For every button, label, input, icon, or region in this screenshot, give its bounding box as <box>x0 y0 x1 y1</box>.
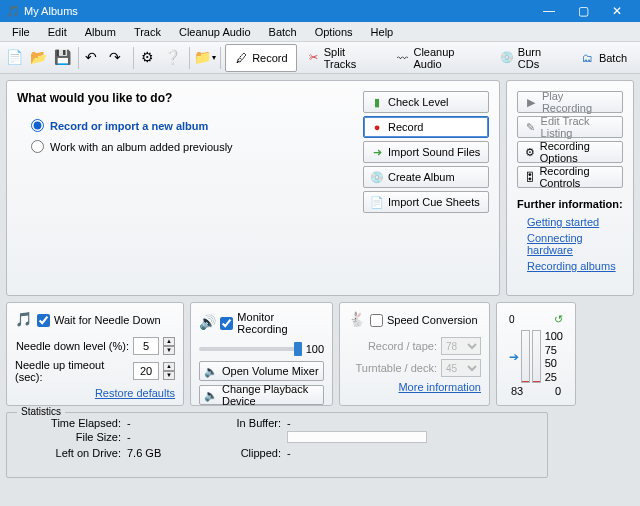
speed-icon: 🐇 <box>348 311 366 329</box>
meter-bottom-right: 0 <box>555 385 561 397</box>
maximize-button[interactable]: ▢ <box>566 0 600 22</box>
meter-right <box>532 330 541 383</box>
file-size-value: - <box>127 431 207 445</box>
radio-work-previous-label: Work with an album added previously <box>50 141 233 153</box>
time-elapsed-label: Time Elapsed: <box>17 417 127 429</box>
disc-icon: 💿 <box>370 170 384 184</box>
needle-level-up[interactable]: ▲ <box>163 337 175 346</box>
link-recording-albums[interactable]: Recording albums <box>527 260 623 272</box>
tab-batch[interactable]: 🗂Batch <box>572 44 636 72</box>
options-icon: ⚙ <box>524 145 536 159</box>
speed-panel: 🐇 Speed Conversion Record / tape: 78 Tur… <box>339 302 490 406</box>
main-panel: What would you like to do? Record or imp… <box>6 80 500 296</box>
link-connecting-hardware[interactable]: Connecting hardware <box>527 232 623 256</box>
menu-help[interactable]: Help <box>363 24 402 40</box>
buffer-progress <box>287 431 427 443</box>
play-recording-button[interactable]: ▶Play Recording <box>517 91 623 113</box>
menu-batch[interactable]: Batch <box>261 24 305 40</box>
main-heading: What would you like to do? <box>17 91 363 105</box>
cue-icon: 📄 <box>370 195 384 209</box>
mixer-icon: 🔈 <box>204 364 218 378</box>
menu-options[interactable]: Options <box>307 24 361 40</box>
radio-record-import[interactable] <box>31 119 44 132</box>
further-heading: Further information: <box>517 198 623 210</box>
help-button[interactable]: ❔ <box>162 46 185 70</box>
menu-album[interactable]: Album <box>77 24 124 40</box>
check-level-button[interactable]: ▮Check Level <box>363 91 489 113</box>
in-buffer-value: - <box>287 417 537 429</box>
meter-left <box>521 330 530 383</box>
open-button[interactable]: 📂 <box>28 46 51 70</box>
import-cue-button[interactable]: 📄Import Cue Sheets <box>363 191 489 213</box>
menu-cleanup-audio[interactable]: Cleanup Audio <box>171 24 259 40</box>
record-tape-select[interactable]: 78 <box>441 337 481 355</box>
minimize-button[interactable]: — <box>532 0 566 22</box>
edit-track-listing-button[interactable]: ✎Edit Track Listing <box>517 116 623 138</box>
tab-burn-cds[interactable]: 💿Burn CDs <box>491 44 571 72</box>
wait-needle-label: Wait for Needle Down <box>54 314 161 326</box>
controls-icon: 🎛 <box>524 170 535 184</box>
menu-track[interactable]: Track <box>126 24 169 40</box>
options-button[interactable]: ⚙ <box>138 46 161 70</box>
create-album-button[interactable]: 💿Create Album <box>363 166 489 188</box>
menu-file[interactable]: File <box>4 24 38 40</box>
speed-label: Speed Conversion <box>387 314 478 326</box>
time-elapsed-value: - <box>127 417 207 429</box>
titlebar: 🎵 My Albums — ▢ ✕ <box>0 0 640 22</box>
needle-level-label: Needle down level (%): <box>16 340 129 352</box>
speaker-icon: 🔊 <box>199 314 216 332</box>
undo-button[interactable]: ↶ <box>83 46 106 70</box>
import-icon: ➜ <box>370 145 384 159</box>
turntable-label: Turntable / deck: <box>348 362 437 374</box>
record-icon: 🖊 <box>234 51 248 65</box>
record-button[interactable]: ●Record <box>363 116 489 138</box>
needle-level-input[interactable] <box>133 337 159 355</box>
new-button[interactable]: 📄 <box>4 46 27 70</box>
menubar: File Edit Album Track Cleanup Audio Batc… <box>0 22 640 42</box>
split-icon: ✂ <box>307 51 320 65</box>
open-volume-mixer-button[interactable]: 🔈Open Volume Mixer <box>199 361 324 381</box>
device-icon: 🔈 <box>204 388 218 402</box>
wait-needle-checkbox[interactable] <box>37 314 50 327</box>
turntable-select[interactable]: 45 <box>441 359 481 377</box>
recording-options-button[interactable]: ⚙Recording Options <box>517 141 623 163</box>
close-button[interactable]: ✕ <box>600 0 634 22</box>
reset-meter-icon[interactable]: ↺ <box>554 313 563 326</box>
needle-timeout-label: Needle up timeout (sec): <box>15 359 129 383</box>
more-information-link[interactable]: More information <box>348 381 481 393</box>
needle-panel: 🎵 Wait for Needle Down Needle down level… <box>6 302 184 406</box>
vinyl-icon: 🎵 <box>15 311 33 329</box>
app-icon: 🎵 <box>6 4 20 18</box>
monitor-panel: 🔊 Monitor Recording 100 🔈Open Volume Mix… <box>190 302 333 406</box>
meter-arrow-icon: ➔ <box>509 330 519 383</box>
link-getting-started[interactable]: Getting started <box>527 216 623 228</box>
folder-dropdown[interactable]: 📁▾ <box>194 46 217 70</box>
recording-controls-button[interactable]: 🎛Recording Controls <box>517 166 623 188</box>
needle-timeout-up[interactable]: ▲ <box>163 362 175 371</box>
monitor-label: Monitor Recording <box>237 311 324 335</box>
batch-icon: 🗂 <box>581 51 595 65</box>
edit-icon: ✎ <box>524 120 537 134</box>
left-on-drive-value: 7.6 GB <box>127 447 207 459</box>
tab-record[interactable]: 🖊Record <box>225 44 296 72</box>
needle-timeout-input[interactable] <box>133 362 159 380</box>
record-dot-icon: ● <box>370 120 384 134</box>
save-button[interactable]: 💾 <box>51 46 74 70</box>
needle-timeout-down[interactable]: ▼ <box>163 371 175 380</box>
side-panel: ▶Play Recording ✎Edit Track Listing ⚙Rec… <box>506 80 634 296</box>
menu-edit[interactable]: Edit <box>40 24 75 40</box>
change-playback-device-button[interactable]: 🔈Change Playback Device <box>199 385 324 405</box>
redo-button[interactable]: ↷ <box>107 46 130 70</box>
import-sound-button[interactable]: ➜Import Sound Files <box>363 141 489 163</box>
radio-record-import-label: Record or import a new album <box>50 120 208 132</box>
speed-checkbox[interactable] <box>370 314 383 327</box>
volume-slider[interactable] <box>199 347 302 351</box>
radio-work-previous[interactable] <box>31 140 44 153</box>
tab-split-tracks[interactable]: ✂Split Tracks <box>298 44 387 72</box>
restore-defaults-link[interactable]: Restore defaults <box>15 387 175 399</box>
monitor-checkbox[interactable] <box>220 317 233 330</box>
clipped-value: - <box>287 447 537 459</box>
statistics-panel: Statistics Time Elapsed: - In Buffer: - … <box>6 412 548 478</box>
needle-level-down[interactable]: ▼ <box>163 346 175 355</box>
tab-cleanup-audio[interactable]: 〰Cleanup Audio <box>387 44 490 72</box>
